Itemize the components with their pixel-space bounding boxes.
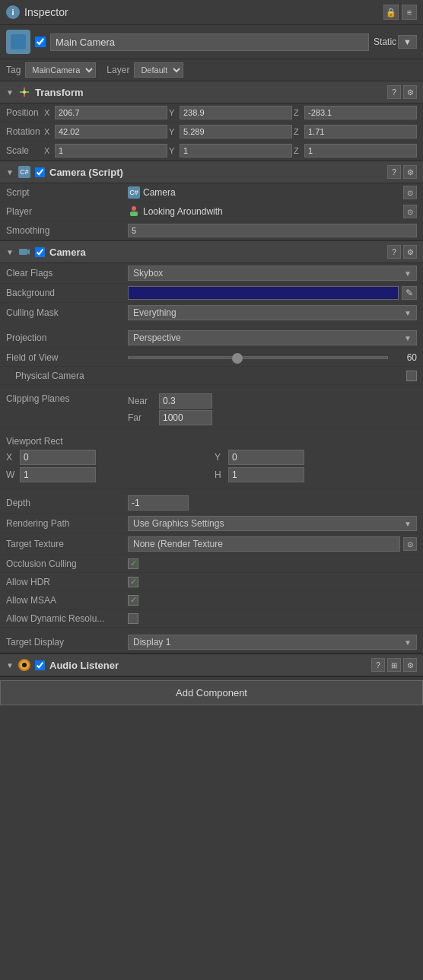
near-input[interactable] xyxy=(159,393,212,409)
scale-xyz: X Y Z xyxy=(44,144,417,158)
scale-x-input[interactable] xyxy=(55,144,167,158)
pos-z-input[interactable] xyxy=(304,106,417,119)
audio-listener-toggle[interactable] xyxy=(35,660,45,670)
position-label: Position xyxy=(6,107,44,118)
far-input[interactable] xyxy=(159,410,212,425)
transform-settings-btn[interactable]: ⚙ xyxy=(403,85,417,99)
camera-script-help-btn[interactable]: ? xyxy=(387,165,401,179)
allow-hdr-checkbox[interactable] xyxy=(128,577,138,587)
layer-label: Layer xyxy=(107,65,129,75)
clipping-planes-label: Clipping Planes xyxy=(6,393,128,404)
fov-slider[interactable] xyxy=(128,356,388,359)
scale-row: Scale X Y Z xyxy=(0,142,423,161)
rotation-xyz: X Y Z xyxy=(44,125,417,138)
rendering-path-dropdown[interactable]: Use Graphics Settings ▼ xyxy=(128,516,417,531)
camera-section-btns: ? ⚙ xyxy=(387,245,417,259)
camera-script-settings-btn[interactable]: ⚙ xyxy=(403,165,417,179)
color-picker-icon[interactable]: ✎ xyxy=(402,286,417,300)
occlusion-culling-checkbox[interactable] xyxy=(128,558,138,569)
camera-settings-btn[interactable]: ⚙ xyxy=(403,245,417,259)
pos-x-input[interactable] xyxy=(55,106,167,119)
vp-y-input[interactable] xyxy=(228,450,304,465)
tag-layer-row: Tag MainCamera Layer Default xyxy=(0,59,423,81)
background-label: Background xyxy=(6,288,128,298)
clear-flags-value: Skybox xyxy=(133,268,163,278)
active-toggle[interactable] xyxy=(35,37,46,47)
transform-icon xyxy=(18,86,30,98)
player-ref: Looking Aroundwith ⊙ xyxy=(128,205,417,218)
player-icon xyxy=(128,205,140,218)
allow-msaa-label: Allow MSAA xyxy=(6,595,128,606)
static-dropdown[interactable]: ▼ xyxy=(398,35,417,49)
rot-x-input[interactable] xyxy=(55,125,167,138)
viewport-xw-row: X Y xyxy=(6,450,417,465)
audio-listener-header[interactable]: ▼ Audio Listener ? ⊞ ⚙ xyxy=(0,654,423,676)
audio-listener-help-btn[interactable]: ? xyxy=(371,658,385,672)
svg-marker-6 xyxy=(27,249,30,255)
clear-flags-label: Clear Flags xyxy=(6,268,128,278)
culling-mask-row: Culling Mask Everything ▼ xyxy=(0,303,423,323)
layer-select[interactable]: Default xyxy=(134,62,183,78)
vp-w-input[interactable] xyxy=(20,467,96,482)
background-row: Background ✎ xyxy=(0,284,423,303)
scale-z-input[interactable] xyxy=(304,144,417,158)
lock-icon[interactable]: 🔒 xyxy=(383,5,399,20)
add-component-button[interactable]: Add Component xyxy=(0,680,423,705)
transform-help-btn[interactable]: ? xyxy=(387,85,401,99)
target-texture-value: None (Render Texture xyxy=(128,536,400,552)
allow-msaa-checkbox[interactable] xyxy=(128,595,138,606)
transform-arrow: ▼ xyxy=(6,88,14,97)
scale-y-input[interactable] xyxy=(180,144,292,158)
transform-section-btns: ? ⚙ xyxy=(387,85,417,99)
scale-z-label: Z xyxy=(294,146,303,155)
target-display-value: Display 1 xyxy=(133,637,170,648)
camera-script-icon: C# xyxy=(18,166,30,178)
transform-section-header[interactable]: ▼ Transform ? ⚙ xyxy=(0,81,423,103)
allow-dynamic-res-checkbox[interactable] xyxy=(128,613,138,624)
depth-row: Depth xyxy=(0,493,423,514)
culling-mask-dropdown[interactable]: Everything ▼ xyxy=(128,305,417,320)
occlusion-culling-label: Occlusion Culling xyxy=(6,558,128,569)
culling-mask-arrow: ▼ xyxy=(404,309,412,317)
rot-y-input[interactable] xyxy=(180,125,292,138)
vp-w-item: W xyxy=(6,467,208,482)
static-row: Static ▼ xyxy=(374,35,417,49)
tag-select[interactable]: MainCamera xyxy=(25,62,96,78)
vp-h-input[interactable] xyxy=(228,467,304,482)
viewport-rect-label: Viewport Rect xyxy=(6,436,417,447)
clipping-planes-row: Clipping Planes Near Far xyxy=(0,390,423,428)
camera-help-btn[interactable]: ? xyxy=(387,245,401,259)
script-ref: C# Camera ⊙ xyxy=(128,186,417,199)
camera-script-section-header[interactable]: ▼ C# Camera (Script) ? ⚙ xyxy=(0,161,423,183)
physical-camera-row: Physical Camera xyxy=(0,367,423,385)
object-name-field[interactable] xyxy=(50,33,369,51)
pos-y-input[interactable] xyxy=(180,106,292,119)
menu-icon[interactable]: ≡ xyxy=(402,5,417,20)
player-ref-btn[interactable]: ⊙ xyxy=(403,205,417,218)
vp-x-input[interactable] xyxy=(20,450,96,465)
projection-dropdown[interactable]: Perspective ▼ xyxy=(128,330,417,345)
smoothing-input[interactable] xyxy=(128,224,417,237)
script-label: Script xyxy=(6,187,128,198)
clear-flags-dropdown[interactable]: Skybox ▼ xyxy=(128,266,417,281)
audio-listener-layout-btn[interactable]: ⊞ xyxy=(387,658,401,672)
target-texture-label: Target Texture xyxy=(6,539,128,549)
target-texture-btn[interactable]: ⊙ xyxy=(403,537,417,551)
target-display-dropdown[interactable]: Display 1 ▼ xyxy=(128,635,417,650)
script-ref-btn[interactable]: ⊙ xyxy=(403,186,417,199)
pos-z-label: Z xyxy=(294,108,303,117)
vp-y-label: Y xyxy=(215,452,225,463)
audio-listener-settings-btn[interactable]: ⚙ xyxy=(403,658,417,672)
static-label: Static xyxy=(374,37,396,47)
camera-script-toggle[interactable] xyxy=(35,167,45,177)
camera-section-header[interactable]: ▼ Camera ? ⚙ xyxy=(0,241,423,263)
physical-camera-checkbox[interactable] xyxy=(406,371,417,381)
background-color-swatch[interactable] xyxy=(128,286,399,300)
depth-input[interactable] xyxy=(128,495,189,511)
rot-z-input[interactable] xyxy=(304,125,417,138)
fov-slider-thumb[interactable] xyxy=(232,353,243,364)
camera-toggle[interactable] xyxy=(35,247,45,257)
camera-section: ▼ Camera ? ⚙ Clear Flags Skybox ▼ Backgr… xyxy=(0,241,423,654)
far-label: Far xyxy=(128,412,154,423)
player-label: Player xyxy=(6,206,128,217)
